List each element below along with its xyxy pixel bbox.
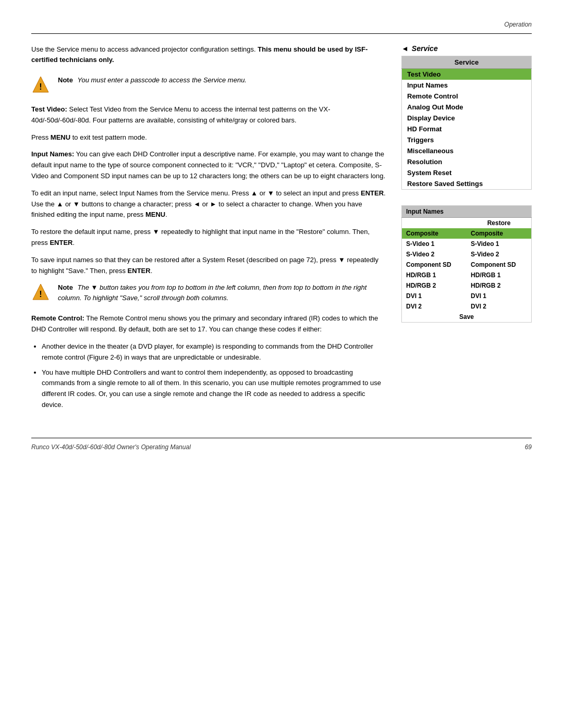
- service-menu-item-hd-format[interactable]: HD Format: [402, 124, 532, 134]
- input-names-row-hdrgb2[interactable]: HD/RGB 2 HD/RGB 2: [402, 280, 532, 291]
- input-names-svideo2-col1: S-Video 2: [402, 249, 467, 260]
- input-names-dvi2-col2: DVI 2: [467, 301, 532, 312]
- left-column: Use the Service menu to access advanced …: [31, 44, 386, 417]
- input-names-row-dvi1[interactable]: DVI 1 DVI 1: [402, 291, 532, 301]
- input-names-dvi1-col1: DVI 1: [402, 291, 467, 301]
- bullet-item-2: You have multiple DHD Controllers and wa…: [42, 367, 386, 411]
- note-label-1: Note: [58, 76, 73, 84]
- input-names-row-component-sd[interactable]: Component SD Component SD: [402, 260, 532, 270]
- input-names-row-svideo2[interactable]: S-Video 2 S-Video 2: [402, 249, 532, 260]
- service-menu-item-label-test-video: Test Video: [402, 69, 532, 80]
- test-video-paragraph: Test Video: Select Test Video from the S…: [31, 104, 386, 126]
- service-header-label-text: Service: [412, 44, 438, 53]
- press-menu-text: Press MENU to exit test pattern mode.: [31, 132, 386, 143]
- service-menu-item-label-system-reset: System Reset: [402, 167, 532, 178]
- input-names-col1-header: [402, 218, 467, 229]
- restore-default-text: To restore the default input name, press…: [31, 227, 386, 249]
- note-text-2: The ▼ button takes you from top to botto…: [58, 283, 366, 302]
- bottom-rule: [31, 438, 532, 438]
- input-names-hdrgb1-col2: HD/RGB 1: [467, 270, 532, 280]
- warning-icon-2: !: [31, 282, 50, 301]
- service-menu-item-label-miscellaneous: Miscellaneous: [402, 145, 532, 156]
- remote-control-bold: Remote Control:: [31, 314, 84, 322]
- input-names-save-row[interactable]: Save: [402, 312, 532, 323]
- input-names-bold: Input Names:: [31, 150, 74, 158]
- service-menu-item-label-remote-control: Remote Control: [402, 91, 532, 102]
- input-names-row-hdrgb1[interactable]: HD/RGB 1 HD/RGB 1: [402, 270, 532, 280]
- input-names-row-dvi2[interactable]: DVI 2 DVI 2: [402, 301, 532, 312]
- service-menu-item-test-video[interactable]: Test Video: [402, 69, 532, 80]
- input-names-hdrgb2-col1: HD/RGB 2: [402, 280, 467, 291]
- service-arrow: ◄: [401, 44, 409, 53]
- input-names-row-composite[interactable]: Composite Composite: [402, 228, 532, 239]
- svg-text:!: !: [39, 82, 42, 91]
- enter-bold-1: ENTER: [361, 189, 384, 197]
- right-column: ◄ Service Service Test Video Input Names…: [401, 44, 532, 417]
- menu-bold: MENU: [51, 133, 70, 141]
- service-menu-item-label-restore-saved-settings: Restore Saved Settings: [402, 178, 532, 190]
- remote-control-paragraph: Remote Control: The Remote Control menu …: [31, 313, 386, 335]
- remote-control-bullets: Another device in the theater (a DVD pla…: [42, 341, 386, 411]
- input-names-hdrgb2-col2: HD/RGB 2: [467, 280, 532, 291]
- input-names-svideo2-col2: S-Video 2: [467, 249, 532, 260]
- input-names-col-header-row: Restore: [402, 218, 532, 229]
- service-menu-item-label-hd-format: HD Format: [402, 124, 532, 134]
- input-names-dvi2-col1: DVI 2: [402, 301, 467, 312]
- footer: Runco VX-40d/-50d/-60d/-80d Owner's Oper…: [31, 443, 532, 451]
- footer-page-number: 69: [525, 443, 532, 451]
- top-rule: [31, 33, 532, 34]
- service-menu-item-restore-saved-settings[interactable]: Restore Saved Settings: [402, 178, 532, 190]
- input-names-paragraph: Input Names: You can give each DHD Contr…: [31, 149, 386, 181]
- note-content-1: Note You must enter a passcode to access…: [58, 75, 247, 85]
- input-names-table: Input Names Restore Composite Composite …: [401, 205, 532, 323]
- test-video-bold: Test Video:: [31, 105, 67, 113]
- input-names-component-sd-col2: Component SD: [467, 260, 532, 270]
- service-menu-item-input-names[interactable]: Input Names: [402, 80, 532, 91]
- footer-manual-title: Runco VX-40d/-50d/-60d/-80d Owner's Oper…: [31, 443, 191, 451]
- service-menu-item-system-reset[interactable]: System Reset: [402, 167, 532, 178]
- input-names-svideo1-col1: S-Video 1: [402, 239, 467, 249]
- input-names-composite-col1: Composite: [402, 228, 467, 239]
- service-header: ◄ Service: [401, 44, 532, 53]
- service-menu-item-label-input-names: Input Names: [402, 80, 532, 91]
- note-label-2: Note: [58, 283, 73, 291]
- enter-bold-2: ENTER: [50, 239, 72, 246]
- note-box-2: ! Note The ▼ button takes you from top t…: [31, 282, 386, 303]
- input-names-hdrgb1-col1: HD/RGB 1: [402, 270, 467, 280]
- bullet-item-1: Another device in the theater (a DVD pla…: [42, 341, 386, 363]
- main-layout: Use the Service menu to access advanced …: [31, 44, 532, 417]
- service-menu-item-analog-out-mode[interactable]: Analog Out Mode: [402, 102, 532, 113]
- input-names-table-header-row: Input Names: [402, 206, 532, 218]
- input-names-row-svideo1[interactable]: S-Video 1 S-Video 1: [402, 239, 532, 249]
- service-menu-item-resolution[interactable]: Resolution: [402, 156, 532, 167]
- enter-bold-3: ENTER: [128, 267, 151, 275]
- note-box-1: ! Note You must enter a passcode to acce…: [31, 75, 386, 94]
- note-content-2: Note The ▼ button takes you from top to …: [58, 282, 386, 303]
- input-names-restore-header: Restore: [467, 218, 532, 229]
- service-menu-item-miscellaneous[interactable]: Miscellaneous: [402, 145, 532, 156]
- service-menu-item-display-device[interactable]: Display Device: [402, 113, 532, 124]
- service-menu-item-label-analog-out-mode: Analog Out Mode: [402, 102, 532, 113]
- service-table-header: Service: [402, 56, 532, 69]
- service-menu-item-remote-control[interactable]: Remote Control: [402, 91, 532, 102]
- intro-paragraph: Use the Service menu to access advanced …: [31, 44, 386, 65]
- service-menu-item-label-triggers: Triggers: [402, 134, 532, 145]
- input-names-svideo1-col2: S-Video 1: [467, 239, 532, 249]
- save-input-names-text: To save input names so that they can be …: [31, 255, 386, 277]
- input-names-composite-col2: Composite: [467, 228, 532, 239]
- page: Operation Use the Service menu to access…: [0, 0, 563, 728]
- warning-icon-1: !: [31, 75, 50, 94]
- service-table-header-row: Service: [402, 56, 532, 69]
- input-names-save-label: Save: [402, 312, 532, 323]
- service-menu-item-triggers[interactable]: Triggers: [402, 134, 532, 145]
- edit-input-name-text: To edit an input name, select Input Name…: [31, 188, 386, 220]
- operation-header: Operation: [31, 21, 532, 28]
- service-menu-table: Service Test Video Input Names Remote Co…: [401, 56, 532, 190]
- svg-text:!: !: [39, 290, 42, 299]
- service-menu-item-label-display-device: Display Device: [402, 113, 532, 124]
- input-names-component-sd-col1: Component SD: [402, 260, 467, 270]
- input-names-dvi1-col2: DVI 1: [467, 291, 532, 301]
- note-text-1: You must enter a passcode to access the …: [78, 76, 247, 84]
- service-menu-item-label-resolution: Resolution: [402, 156, 532, 167]
- operation-label: Operation: [504, 21, 532, 28]
